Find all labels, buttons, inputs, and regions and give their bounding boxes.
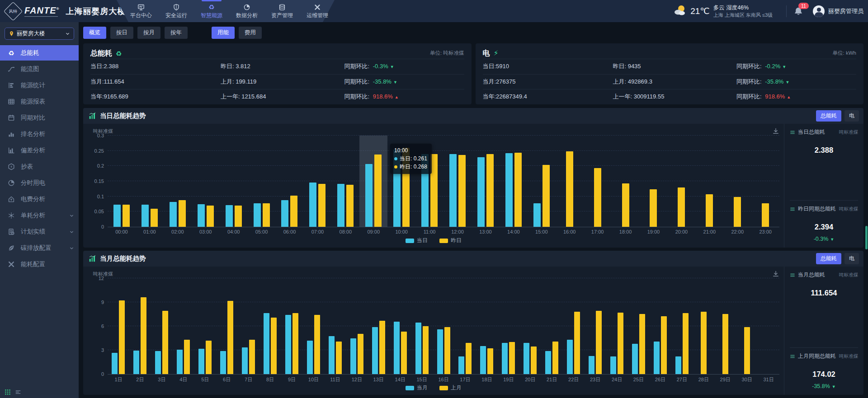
bar-上月-3日[interactable] — [162, 311, 168, 374]
bar-上月-18日[interactable] — [487, 348, 493, 374]
bar-当月-16日[interactable] — [437, 329, 443, 374]
bar-上月-1日[interactable] — [119, 300, 125, 374]
legend-昨日[interactable]: 昨日 — [439, 237, 462, 244]
bar-当月-8日[interactable] — [264, 313, 269, 374]
bar-上月-21日[interactable] — [552, 342, 558, 374]
sidebar-item-11[interactable]: 计划实绩 — [0, 224, 79, 239]
bar-当月-1日[interactable] — [112, 353, 118, 374]
panel-btn-总能耗[interactable]: 总能耗 — [816, 110, 841, 122]
page-scrollbar-thumb[interactable] — [865, 226, 868, 249]
bar-当日-01:00[interactable] — [142, 205, 149, 227]
sidebar-item-9[interactable]: 电费分析 — [0, 192, 79, 207]
bar-上月-11日[interactable] — [336, 342, 342, 374]
bar-上月-13日[interactable] — [379, 321, 385, 374]
bar-昨日-09:00[interactable] — [374, 155, 382, 227]
bar-昨日-12:00[interactable] — [458, 155, 466, 227]
bar-上月-5日[interactable] — [206, 341, 212, 374]
bar-昨日-23:00[interactable] — [762, 203, 769, 227]
sidebar-item-10[interactable]: 单耗分析 — [0, 208, 79, 223]
bar-上月-4日[interactable] — [184, 340, 190, 374]
bar-当日-12:00[interactable] — [449, 154, 457, 227]
notifications-button[interactable]: 11 — [794, 7, 803, 16]
bar-昨日-06:00[interactable] — [290, 196, 297, 227]
bar-当月-27日[interactable] — [675, 356, 681, 374]
sidebar-item-5[interactable]: 排名分析 — [0, 126, 79, 142]
bar-当日-15:00[interactable] — [533, 203, 541, 227]
bar-当月-2日[interactable] — [133, 351, 139, 374]
bar-上月-8日[interactable] — [271, 318, 277, 374]
bar-当月-18日[interactable] — [480, 346, 486, 374]
bar-昨日-13:00[interactable] — [486, 154, 494, 227]
bar-当日-04:00[interactable] — [226, 205, 233, 227]
bar-当月-11日[interactable] — [329, 336, 335, 374]
view-tab-2[interactable]: 按月 — [137, 27, 160, 39]
bar-当月-25日[interactable] — [632, 344, 638, 374]
bar-昨日-18:00[interactable] — [622, 183, 629, 227]
sidebar-item-12[interactable]: 碳排放配置 — [0, 240, 79, 256]
bar-当日-07:00[interactable] — [309, 183, 316, 227]
bar-上月-20日[interactable] — [531, 346, 537, 374]
bar-上月-10日[interactable] — [314, 315, 320, 374]
bar-昨日-14:00[interactable] — [514, 153, 522, 227]
bar-当月-21日[interactable] — [545, 351, 551, 374]
sidebar-item-7[interactable]: 抄表 — [0, 159, 79, 174]
bar-当月-20日[interactable] — [524, 343, 529, 374]
bar-当月-5日[interactable] — [198, 349, 204, 374]
bar-当月-17日[interactable] — [458, 356, 464, 374]
bar-上月-23日[interactable] — [596, 311, 602, 374]
bar-上月-19日[interactable] — [509, 342, 515, 374]
bar-上月-24日[interactable] — [618, 313, 623, 374]
panel-btn-总能耗[interactable]: 总能耗 — [816, 253, 841, 264]
sidebar-item-2[interactable]: 能源统计 — [0, 78, 79, 93]
bar-当月-10日[interactable] — [307, 341, 313, 374]
bar-当日-08:00[interactable] — [337, 184, 344, 227]
bar-昨日-17:00[interactable] — [594, 168, 601, 227]
sidebar-item-13[interactable]: 能耗配置 — [0, 257, 79, 272]
view-tab-1[interactable]: 按日 — [110, 27, 133, 39]
bar-当月-13日[interactable] — [372, 327, 378, 374]
view-tab-3[interactable]: 按年 — [165, 27, 188, 39]
bar-当日-09:00[interactable] — [365, 164, 373, 227]
bar-当月-19日[interactable] — [502, 343, 508, 374]
bar-上月-9日[interactable] — [292, 313, 298, 374]
bar-上月-25日[interactable] — [639, 314, 645, 374]
bar-昨日-01:00[interactable] — [151, 209, 158, 227]
panel-btn-电[interactable]: 电 — [844, 110, 859, 122]
legend-当月[interactable]: 当月 — [406, 384, 428, 392]
nav-item-3[interactable]: 数据分析 — [235, 0, 259, 22]
bar-昨日-16:00[interactable] — [566, 151, 573, 227]
bar-上月-16日[interactable] — [444, 327, 450, 374]
download-icon[interactable] — [772, 127, 779, 135]
sidebar-item-6[interactable]: 偏差分析 — [0, 143, 79, 158]
bar-昨日-21:00[interactable] — [706, 194, 713, 227]
bar-当月-23日[interactable] — [589, 356, 594, 374]
bar-当日-03:00[interactable] — [198, 204, 205, 227]
bar-上月-27日[interactable] — [683, 313, 689, 374]
mode-tab-0[interactable]: 用能 — [212, 27, 235, 39]
legend-当日[interactable]: 当日 — [406, 237, 428, 244]
bar-上月-28日[interactable] — [701, 312, 707, 374]
sidebar-item-0[interactable]: ♻ 总能耗 — [0, 45, 79, 61]
bar-当月-26日[interactable] — [654, 342, 660, 374]
sidebar-item-4[interactable]: 同期对比 — [0, 110, 79, 126]
bar-上月-29日[interactable] — [722, 314, 728, 374]
bar-当月-4日[interactable] — [177, 350, 183, 374]
bar-昨日-15:00[interactable] — [542, 165, 550, 227]
bar-上月-17日[interactable] — [466, 343, 472, 374]
bar-昨日-03:00[interactable] — [207, 206, 214, 227]
bar-当月-15日[interactable] — [415, 323, 421, 374]
bar-当月-14日[interactable] — [394, 322, 400, 374]
bar-昨日-02:00[interactable] — [179, 200, 186, 227]
bar-上月-22日[interactable] — [574, 312, 580, 374]
bar-昨日-05:00[interactable] — [263, 203, 270, 227]
avatar[interactable] — [813, 5, 825, 17]
bar-当日-14:00[interactable] — [505, 153, 513, 227]
bar-当日-05:00[interactable] — [254, 203, 261, 227]
bar-当月-12日[interactable] — [350, 338, 356, 374]
sidebar-item-1[interactable]: 能流图 — [0, 61, 79, 77]
bar-上月-7日[interactable] — [249, 340, 255, 374]
bar-当日-00:00[interactable] — [113, 205, 121, 227]
bar-上月-2日[interactable] — [141, 297, 146, 374]
view-tab-0[interactable]: 概览 — [83, 27, 106, 39]
bar-昨日-08:00[interactable] — [346, 185, 354, 227]
